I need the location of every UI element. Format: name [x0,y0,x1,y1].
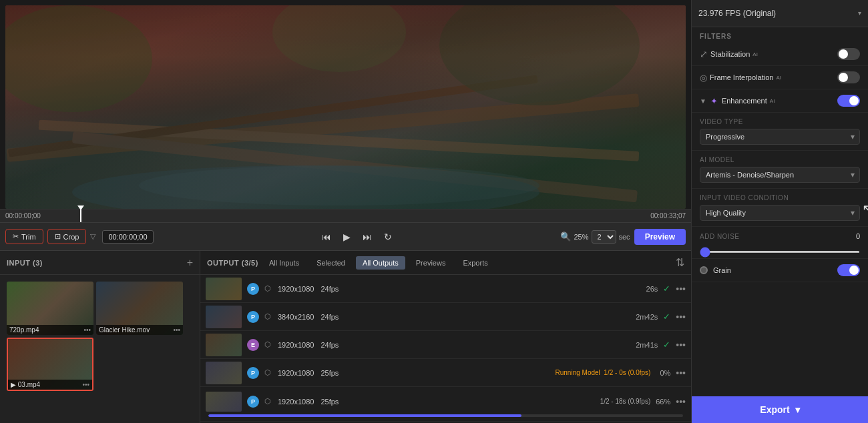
add-noise-value: 0 [856,232,860,240]
output-duration-1: 26s [646,285,658,293]
playhead[interactable] [80,209,81,222]
fps-label: 23.976 FPS (Original) [698,9,776,18]
crop-label: Crop [63,233,79,241]
ai-model-wrapper: Artemis - Denoise/Sharpen Gaia - HQ Thei… [700,167,860,183]
grain-row: Grain [692,259,868,282]
enhancement-ai-badge: AI [770,98,775,104]
more-button-1[interactable]: ••• [676,284,686,294]
thumb-more-2[interactable]: ••• [173,326,180,334]
time-display[interactable]: 00:00:00;00 [102,230,153,244]
cursor-indicator: ↖ [862,201,868,217]
output-row-1[interactable]: P ⬡ 1920x1080 24fps 26s ✓ ••• [200,275,691,303]
export-button[interactable]: Export ▾ [692,396,868,423]
thumb-more-1[interactable]: ••• [83,326,91,334]
running-label-5: 1/2 - 18s (0.9fps) [600,398,651,405]
enhancement-toggle[interactable] [837,95,860,107]
trim-button[interactable]: ✂ Trim [5,229,43,244]
more-button-4[interactable]: ••• [676,368,686,378]
scissors-icon: ✂ [13,232,19,241]
ai-model-select[interactable]: Artemis - Denoise/Sharpen Gaia - HQ Thei… [700,167,860,183]
fps-chevron-icon: ▾ [858,9,861,17]
input-condition-select[interactable]: High Quality Low Quality Very Compressed [700,205,860,221]
step-forward-button[interactable]: ⏭ [359,229,376,245]
badge-e-1: E [247,339,259,351]
tab-exports[interactable]: Exports [456,256,494,270]
trim-label: Trim [21,233,36,241]
output-panel: OUTPUT (3/5) All Inputs Selected All Out… [200,251,691,423]
frame-interpolation-toggle[interactable] [837,71,860,83]
check-icon-2: ✓ [663,312,670,322]
tab-selected[interactable]: Selected [310,256,352,270]
add-noise-label: ADD NOISE [700,233,856,240]
output-fps-2: 24fps [320,313,339,321]
zoom-select[interactable]: 2 4 8 [592,230,616,244]
output-panel-title: OUTPUT (3/5) [207,259,258,267]
more-button-2[interactable]: ••• [676,312,686,322]
tab-previews[interactable]: Previews [409,256,453,270]
video-type-select[interactable]: Progressive Interlaced [700,129,860,145]
input-thumb-1[interactable]: 720p.mp4 ••• [7,282,93,335]
stabilization-icon-area: ⤢ Stabilization AI [700,49,832,59]
video-type-wrapper: Progressive Interlaced ▾ [700,129,860,145]
video-preview [5,5,686,209]
thumb-more-3[interactable]: ••• [82,381,89,388]
timeline-ruler[interactable]: 00:00:00;00 00:00:33;07 [0,209,691,223]
play-button[interactable]: ▶ [339,229,355,245]
input-condition-wrapper: High Quality Low Quality Very Compressed… [700,205,860,221]
more-button-5[interactable]: ••• [676,396,686,407]
collapse-icon: ▼ [700,97,706,105]
preview-button[interactable]: Preview [634,229,686,245]
stabilization-toggle[interactable] [837,48,860,60]
input-condition-section: INPUT VIDEO CONDITION High Quality Low Q… [692,189,868,227]
input-condition-label: INPUT VIDEO CONDITION [700,194,860,201]
output-row-2[interactable]: P ⬡ 3840x2160 24fps 2m42s ✓ ••• [200,303,691,331]
tab-all-outputs[interactable]: All Outputs [356,256,405,270]
more-button-3[interactable]: ••• [676,340,686,350]
output-thumb-5 [206,392,242,412]
input-thumb-3[interactable]: ▶ 03.mp4 ••• [7,338,93,391]
output-row-4[interactable]: P ⬡ 1920x1080 25fps Running Model 1/2 - … [200,359,691,387]
frame-interpolation-ai-badge: AI [776,75,781,81]
io-area: INPUT (3) + 720p.mp4 ••• Glacier Hike.mo… [0,251,691,423]
playhead-flag-icon: ▽ [90,232,95,241]
enhancement-name: Enhancement AI [722,97,833,105]
export-label: Export [760,404,789,415]
thumb-label-1: 720p.mp4 ••• [7,325,93,335]
output-info-2: ⬡ 3840x2160 24fps [264,312,630,321]
thumb-label-2: Glacier Hike.mov ••• [96,325,183,335]
crop-button[interactable]: ⊡ Crop [47,229,87,244]
output-row-3[interactable]: E ⬡ 1920x1080 24fps 2m41s ✓ ••• [200,331,691,359]
video-type-section: VIDEO TYPE Progressive Interlaced ▾ [692,113,868,151]
grain-label: Grain [713,266,832,274]
input-thumb-2[interactable]: Glacier Hike.mov ••• [96,282,183,335]
input-panel-title: INPUT (3) [7,259,43,267]
progress-bar-5 [208,414,683,417]
fps-dropdown[interactable]: 23.976 FPS (Original) ▾ [692,0,868,27]
output-row-5[interactable]: P ⬡ 1920x1080 25fps 1/2 - 18s (0.9fps) 6… [200,387,691,422]
add-noise-slider[interactable] [700,251,860,253]
right-panel: 23.976 FPS (Original) ▾ FILTERS ⤢ Stabil… [691,0,868,423]
enhancement-sparkle-icon: ✦ [710,96,718,106]
output-res-2: 3840x2160 [278,313,314,321]
zoom-icon: 🔍 [560,232,571,242]
step-back-button[interactable]: ⏮ [318,229,335,245]
output-info-3: ⬡ 1920x1080 24fps [264,340,630,349]
output-fps-1: 24fps [320,285,339,293]
input-panel: INPUT (3) + 720p.mp4 ••• Glacier Hike.mo… [0,251,200,423]
sort-button[interactable]: ⇅ [676,256,684,269]
frame-interpolation-name: Frame Interpolation AI [710,73,781,81]
tab-all-inputs[interactable]: All Inputs [262,256,306,270]
add-input-button[interactable]: + [187,258,193,268]
output-icon-1: ⬡ [264,284,271,293]
stabilization-ai-badge: AI [752,51,758,57]
output-panel-header: OUTPUT (3/5) All Inputs Selected All Out… [200,251,691,275]
badge-p-1: P [247,283,259,295]
loop-button[interactable]: ↻ [380,229,396,245]
output-icon-3: ⬡ [264,340,271,349]
output-info-4: ⬡ 1920x1080 25fps [264,368,550,377]
grain-toggle[interactable] [837,264,860,276]
crop-icon: ⊡ [55,232,61,241]
svg-point-5 [139,165,539,205]
enhancement-header[interactable]: ▼ ✦ Enhancement AI [692,89,868,113]
time-end: 00:00:33;07 [650,212,686,220]
